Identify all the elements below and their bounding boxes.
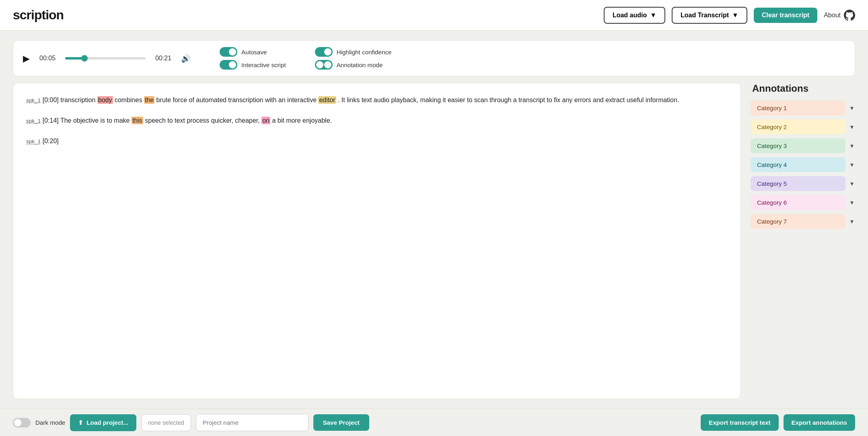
footer: Dark mode ⬆ Load project... none selecte… [0, 409, 868, 436]
time-label-1: [0:00] transcription [43, 97, 97, 103]
paragraph-3: spk_1 [0:20] [26, 136, 728, 146]
speaker-label-2[interactable]: spk_1 [26, 118, 41, 124]
controls-bar: ▶ 00:05 00:21 🔊 Autosave Interact [13, 40, 855, 76]
current-time: 00:05 [39, 55, 56, 62]
category-6-chevron[interactable]: ▾ [849, 197, 855, 208]
highlight-editor[interactable]: editor [318, 96, 336, 104]
load-transcript-chevron-icon: ▼ [732, 12, 738, 19]
highlight-on[interactable]: on [261, 117, 270, 124]
main-content: ▶ 00:05 00:21 🔊 Autosave Interact [0, 31, 868, 409]
interactive-script-label: Interactive script [241, 62, 286, 68]
annotation-mode-toggle[interactable] [315, 60, 333, 70]
category-row-4: Category 4 ▾ [751, 157, 855, 172]
category-4-chevron[interactable]: ▾ [849, 159, 855, 170]
annotation-mode-label: Annotation mode [337, 62, 383, 68]
load-audio-chevron-icon: ▼ [650, 12, 656, 19]
toggles-left: Autosave Interactive script [220, 47, 286, 70]
category-1-button[interactable]: Category 1 [751, 101, 845, 115]
transcript-panel[interactable]: spk_1 [0:00] transcription body combines… [13, 83, 741, 399]
toggles-right: Highlight confidence Annotation mode [315, 47, 392, 70]
total-time: 00:21 [155, 55, 171, 62]
category-2-button[interactable]: Category 2 [751, 119, 845, 134]
load-transcript-label: Load Transcript [681, 12, 729, 19]
category-2-chevron[interactable]: ▾ [849, 121, 855, 132]
category-5-chevron[interactable]: ▾ [849, 178, 855, 189]
autosave-toggle[interactable] [220, 47, 237, 57]
none-selected-display: none selected [141, 414, 191, 431]
progress-track[interactable] [65, 57, 146, 60]
about-link[interactable]: About [824, 10, 855, 21]
app-logo: scription [13, 8, 597, 23]
category-6-button[interactable]: Category 6 [751, 195, 845, 210]
speaker-label-3[interactable]: spk_1 [26, 138, 41, 144]
annotations-panel: Annotations Category 1 ▾ Category 2 ▾ Ca… [751, 83, 855, 399]
project-name-input[interactable] [196, 414, 309, 431]
speaker-label-1[interactable]: spk_1 [26, 97, 41, 103]
dark-mode-toggle[interactable] [13, 418, 31, 428]
annotation-mode-toggle-row: Annotation mode [315, 60, 392, 70]
category-row-3: Category 3 ▾ [751, 138, 855, 153]
category-1-chevron[interactable]: ▾ [849, 103, 855, 113]
about-label: About [824, 12, 841, 19]
progress-thumb[interactable] [81, 55, 88, 62]
highlight-confidence-label: Highlight confidence [337, 49, 392, 56]
interactive-script-toggle-row: Interactive script [220, 60, 286, 70]
content-area: spk_1 [0:00] transcription body combines… [13, 83, 855, 399]
upload-icon: ⬆ [78, 419, 83, 426]
export-transcript-button[interactable]: Export transcript text [701, 414, 779, 431]
highlight-this[interactable]: this [132, 117, 143, 124]
export-annotations-button[interactable]: Export annotations [784, 414, 855, 431]
highlight-body[interactable]: body [97, 96, 113, 104]
annotations-title: Annotations [751, 83, 855, 94]
save-project-button[interactable]: Save Project [313, 414, 369, 431]
clear-transcript-button[interactable]: Clear transcript [754, 8, 817, 23]
autosave-label: Autosave [241, 49, 267, 56]
dark-mode-label: Dark mode [35, 419, 65, 426]
category-7-button[interactable]: Category 7 [751, 214, 845, 229]
autosave-toggle-row: Autosave [220, 47, 286, 57]
category-row-5: Category 5 ▾ [751, 176, 855, 191]
play-button[interactable]: ▶ [23, 53, 30, 64]
highlight-the[interactable]: the [144, 96, 154, 104]
load-audio-label: Load audio [613, 12, 647, 19]
load-project-label: Load project... [86, 419, 128, 426]
category-row-6: Category 6 ▾ [751, 195, 855, 210]
paragraph-1: spk_1 [0:00] transcription body combines… [26, 95, 728, 105]
category-5-button[interactable]: Category 5 [751, 176, 845, 191]
category-4-button[interactable]: Category 4 [751, 157, 845, 172]
load-project-button[interactable]: ⬆ Load project... [70, 414, 136, 431]
category-row-7: Category 7 ▾ [751, 214, 855, 229]
interactive-script-toggle[interactable] [220, 60, 237, 70]
highlight-confidence-toggle[interactable] [315, 47, 333, 57]
highlight-confidence-toggle-row: Highlight confidence [315, 47, 392, 57]
category-7-chevron[interactable]: ▾ [849, 216, 855, 227]
load-audio-button[interactable]: Load audio ▼ [604, 7, 665, 24]
category-row-1: Category 1 ▾ [751, 101, 855, 115]
volume-icon[interactable]: 🔊 [181, 54, 191, 63]
load-transcript-button[interactable]: Load Transcript ▼ [672, 7, 747, 24]
header: scription Load audio ▼ Load Transcript ▼… [0, 0, 868, 31]
category-3-button[interactable]: Category 3 [751, 138, 845, 153]
category-3-chevron[interactable]: ▾ [849, 140, 855, 151]
paragraph-2: spk_1 [0:14] The objective is to make th… [26, 115, 728, 126]
github-icon [844, 10, 855, 21]
category-row-2: Category 2 ▾ [751, 119, 855, 134]
